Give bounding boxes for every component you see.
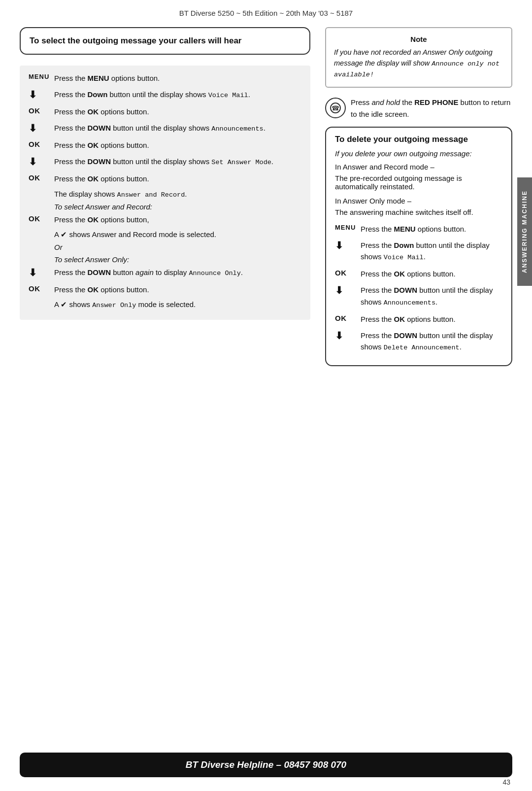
instr-down-1-text: Press the Down button until the display … (54, 89, 301, 101)
to-select-answer-record: To select Answer and Record: (54, 203, 301, 211)
check-only: A ✔ shows Answer Only mode is selected. (54, 300, 301, 309)
display-shows: The display shows Answer and Record. (54, 190, 301, 199)
ok-label-3: OK (29, 173, 54, 182)
phone-icon-row: ☎ Press and hold the RED PHONE button to… (325, 97, 512, 120)
page-number: 43 (502, 778, 510, 786)
instr-right-menu-text: Press the MENU options button. (361, 223, 502, 235)
answer-record-desc: The pre-recorded outgoing message is aut… (335, 174, 502, 191)
answer-record-mode: In Answer and Record mode – (335, 163, 502, 171)
instr-right-down-3-text: Press the DOWN button until the display … (361, 330, 502, 353)
menu-label-1: MENU (29, 72, 54, 80)
instr-right-ok-2: OK Press the OK options button. (335, 313, 502, 325)
instr-ok-3-text: Press the OK options button. (54, 173, 301, 184)
phone-instruction-text: Press and hold the RED PHONE button to r… (351, 97, 512, 120)
down-arrow-3: ⬇ (29, 156, 54, 168)
to-select-answer-only: To select Answer Only: (54, 255, 301, 264)
ok-label-2: OK (29, 139, 54, 148)
left-title-text: To select the outgoing message your call… (30, 36, 241, 45)
answer-only-mode: In Answer Only mode – (335, 197, 502, 205)
down-arrow-1: ⬇ (29, 89, 54, 101)
instr-ok-5-text: Press the OK options button. (54, 284, 301, 295)
phone-icon: ☎ (325, 98, 346, 118)
right-ok-label-2: OK (335, 313, 361, 322)
instr-right-down-3: ⬇ Press the DOWN button until the displa… (335, 330, 502, 353)
down-arrow-2: ⬇ (29, 122, 54, 134)
instr-ok-2-text: Press the OK options button. (54, 139, 301, 151)
instr-down-1: ⬇ Press the Down button until the displa… (29, 89, 301, 101)
delete-box-title: To delete your outgoing message (335, 135, 502, 144)
instr-ok-4-text: Press the OK options button, (54, 214, 301, 225)
instr-ok-2: OK Press the OK options button. (29, 139, 301, 151)
instr-right-down-2: ⬇ Press the DOWN button until the displa… (335, 284, 502, 308)
delete-box: To delete your outgoing message If you d… (325, 127, 512, 366)
instr-down-3: ⬇ Press the DOWN button until the displa… (29, 156, 301, 168)
instr-ok-5: OK Press the OK options button. (29, 284, 301, 295)
svg-text:☎: ☎ (332, 104, 339, 112)
ok-label-4: OK (29, 214, 54, 223)
instr-right-ok-2-text: Press the OK options button. (361, 313, 502, 325)
instr-ok-1: OK Press the OK options button. (29, 106, 301, 117)
instr-down-4-text: Press the DOWN button again to display A… (54, 267, 301, 279)
right-column: Note If you have not recorded an Answer … (325, 27, 512, 374)
header-title: BT Diverse 5250 ~ 5th Edition ~ 20th May… (179, 9, 353, 17)
side-tab: ANSWERING MACHINE (517, 177, 532, 286)
left-title-box: To select the outgoing message your call… (20, 27, 310, 55)
note-box: Note If you have not recorded an Answer … (325, 27, 512, 88)
left-instructions-bg: MENU Press the MENU options button. ⬇ Pr… (20, 66, 310, 320)
right-menu-label: MENU (335, 223, 361, 231)
instr-menu-1: MENU Press the MENU options button. (29, 72, 301, 84)
answer-only-desc: The answering machine switches itself of… (335, 208, 502, 216)
instr-right-down-1: ⬇ Press the Down button until the displa… (335, 240, 502, 263)
check-shows: A ✔ shows Answer and Record mode is sele… (54, 230, 301, 239)
phone-svg: ☎ (330, 103, 341, 113)
instr-ok-1-text: Press the OK options button. (54, 106, 301, 117)
instr-right-ok-1-text: Press the OK options button. (361, 268, 502, 279)
ok-label-1: OK (29, 106, 54, 115)
or-text: Or (54, 243, 301, 251)
instr-down-3-text: Press the DOWN button until the display … (54, 156, 301, 168)
right-down-arrow-3: ⬇ (335, 330, 361, 342)
instr-right-menu: MENU Press the MENU options button. (335, 223, 502, 235)
left-column: To select the outgoing message your call… (20, 27, 310, 320)
right-ok-label-1: OK (335, 268, 361, 277)
instr-menu-1-text: Press the MENU options button. (54, 72, 301, 84)
instr-down-2: ⬇ Press the DOWN button until the displa… (29, 122, 301, 135)
instr-ok-3: OK Press the OK options button. (29, 173, 301, 184)
note-title: Note (334, 35, 503, 43)
down-arrow-4: ⬇ (29, 267, 54, 278)
instr-right-down-1-text: Press the Down button until the display … (361, 240, 502, 263)
instr-down-2-text: Press the DOWN button until the display … (54, 122, 301, 135)
instr-right-ok-1: OK Press the OK options button. (335, 268, 502, 279)
instr-ok-4: OK Press the OK options button, (29, 214, 301, 225)
page-header: BT Diverse 5250 ~ 5th Edition ~ 20th May… (0, 0, 532, 22)
right-down-arrow-2: ⬇ (335, 284, 361, 296)
delete-intro: If you delete your own outgoing message: (335, 149, 502, 158)
note-text: If you have not recorded an Answer Only … (334, 47, 503, 80)
instr-down-4: ⬇ Press the DOWN button again to display… (29, 267, 301, 279)
right-down-arrow-1: ⬇ (335, 240, 361, 251)
bottom-bar: BT Diverse Helpline – 08457 908 070 (20, 753, 512, 777)
instr-right-down-2-text: Press the DOWN button until the display … (361, 284, 502, 308)
ok-label-5: OK (29, 284, 54, 293)
